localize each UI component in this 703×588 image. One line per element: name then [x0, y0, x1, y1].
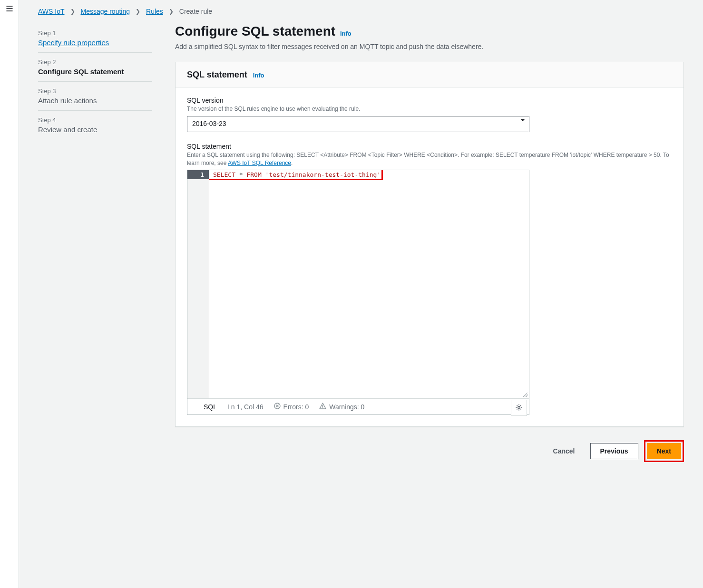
editor-settings-button[interactable] — [511, 400, 527, 416]
sql-version-label: SQL version — [187, 96, 672, 104]
step-title: Configure SQL statement — [38, 67, 152, 76]
wizard-step-2: Step 2 Configure SQL statement — [38, 52, 152, 81]
resize-handle-icon[interactable] — [522, 392, 528, 397]
step-title[interactable]: Specify rule properties — [38, 39, 152, 47]
sql-editor-viewport[interactable]: 1 SELECT * FROM 'test/tinnakorn-test-iot… — [187, 170, 529, 398]
panel-title: SQL statement — [187, 70, 247, 80]
sql-version-value: 2016-03-23 — [187, 116, 529, 131]
breadcrumb-aws-iot[interactable]: AWS IoT — [38, 8, 65, 15]
warning-icon — [319, 403, 326, 411]
chevron-right-icon: ❯ — [169, 8, 174, 15]
svg-point-3 — [518, 406, 520, 408]
step-number: Step 4 — [38, 116, 152, 124]
annotation-highlight-next: Next — [644, 440, 684, 462]
breadcrumb-create-rule: Create rule — [179, 8, 212, 15]
wizard-step-4: Step 4 Review and create — [38, 110, 152, 139]
svg-point-2 — [322, 407, 323, 408]
editor-lang: SQL — [204, 403, 217, 411]
sql-statement-panel: SQL statement Info SQL version The versi… — [175, 62, 684, 427]
previous-button[interactable]: Previous — [590, 443, 638, 459]
error-icon — [274, 403, 281, 411]
panel-header: SQL statement Info — [176, 62, 683, 88]
sql-version-desc: The version of the SQL rules engine to u… — [187, 105, 672, 113]
main-area: AWS IoT ❯ Message routing ❯ Rules ❯ Crea… — [19, 0, 703, 588]
chevron-right-icon: ❯ — [136, 8, 140, 15]
page-info-link[interactable]: Info — [340, 30, 352, 37]
sql-statement-desc: Enter a SQL statement using the followin… — [187, 151, 672, 167]
step-number: Step 2 — [38, 58, 152, 66]
step-number: Step 3 — [38, 87, 152, 95]
sql-editor: 1 SELECT * FROM 'test/tinnakorn-test-iot… — [187, 170, 529, 415]
step-number: Step 1 — [38, 29, 152, 37]
gear-icon — [515, 404, 523, 413]
editor-gutter: 1 — [187, 170, 209, 398]
editor-status-bar: SQL Ln 1, Col 46 Errors: 0 — [187, 398, 529, 414]
editor-code-area[interactable]: SELECT * FROM 'test/tinnakorn-test-iot-t… — [209, 170, 529, 398]
next-button[interactable]: Next — [647, 443, 681, 459]
chevron-right-icon: ❯ — [70, 8, 75, 15]
breadcrumb-rules[interactable]: Rules — [146, 8, 163, 15]
wizard-step-3: Step 3 Attach rule actions — [38, 81, 152, 110]
content-column: Configure SQL statement Info Add a simpl… — [175, 24, 684, 462]
sql-statement-field: SQL statement Enter a SQL statement usin… — [187, 143, 672, 415]
hamburger-icon[interactable] — [6, 5, 13, 588]
nav-toggle-column — [0, 0, 19, 588]
sql-version-select[interactable]: 2016-03-23 — [187, 116, 529, 132]
breadcrumbs: AWS IoT ❯ Message routing ❯ Rules ❯ Crea… — [38, 5, 684, 24]
code-line-1[interactable]: SELECT * FROM 'test/tinnakorn-test-iot-t… — [209, 170, 529, 179]
step-title: Attach rule actions — [38, 96, 152, 105]
panel-body: SQL version The version of the SQL rules… — [176, 88, 683, 426]
editor-warnings: Warnings: 0 — [319, 403, 364, 411]
panel-info-link[interactable]: Info — [253, 72, 264, 79]
breadcrumb-message-routing[interactable]: Message routing — [81, 8, 130, 15]
line-number: 1 — [187, 170, 209, 179]
page-title: Configure SQL statement — [175, 24, 335, 39]
sql-reference-link[interactable]: AWS IoT SQL Reference — [228, 160, 291, 166]
page-header: Configure SQL statement Info — [175, 24, 684, 39]
wizard-footer: Cancel Previous Next — [175, 440, 684, 462]
caret-down-icon — [520, 116, 525, 132]
editor-cursor-pos: Ln 1, Col 46 — [227, 403, 264, 411]
wizard-step-1[interactable]: Step 1 Specify rule properties — [38, 24, 152, 52]
editor-errors: Errors: 0 — [274, 403, 309, 411]
sql-version-field: SQL version The version of the SQL rules… — [187, 96, 672, 132]
wizard-steps: Step 1 Specify rule properties Step 2 Co… — [38, 24, 152, 462]
page-subtitle: Add a simplified SQL syntax to filter me… — [175, 43, 684, 50]
step-title: Review and create — [38, 125, 152, 134]
cancel-button[interactable]: Cancel — [544, 443, 585, 459]
sql-statement-label: SQL statement — [187, 143, 672, 150]
